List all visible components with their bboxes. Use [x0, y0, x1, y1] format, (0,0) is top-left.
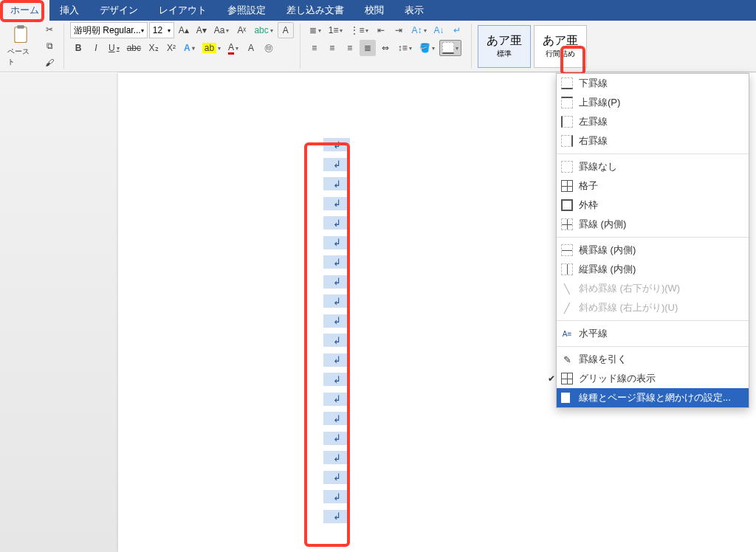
ribbon-tabs: ホーム 挿入 デザイン レイアウト 参照設定 差し込み文書 校閲 表示 [0, 0, 756, 21]
grow-font-button[interactable]: A▴ [176, 22, 192, 38]
ribbon: ペースト ✂ ⧉ 🖌 游明朝 Regular...▾ 12▾ A▴ A▾ Aa … [0, 21, 756, 72]
tab-view[interactable]: 表示 [394, 0, 434, 21]
change-case-button[interactable]: Aa [211, 22, 233, 38]
subscript-button[interactable]: X₂ [145, 40, 162, 56]
menu-border-right[interactable]: 右罫線 [557, 131, 749, 151]
menu-borders-settings[interactable]: 線種とページ罫線と網かけの設定... [557, 388, 749, 407]
enclose-char-button[interactable]: ㊞ [261, 40, 277, 56]
align-center-button[interactable]: ≡ [324, 40, 340, 56]
distribute-icon: ⇔ [382, 43, 389, 53]
copy-button[interactable]: ⧉ [41, 38, 58, 53]
tab-home[interactable]: ホーム [0, 0, 49, 21]
highlight-button[interactable]: ab [199, 40, 224, 56]
tab-references[interactable]: 参照設定 [217, 0, 276, 21]
numbering-icon: 1≡ [329, 25, 339, 35]
phonetic-button[interactable]: abc [251, 22, 275, 38]
border-none-icon [561, 161, 573, 173]
style-normal[interactable]: あア亜 標準 [478, 25, 531, 68]
svg-rect-0 [15, 27, 27, 43]
menu-border-diag-down: ╲斜め罫線 (右下がり)(W) [557, 279, 749, 298]
align-right-button[interactable]: ≡ [342, 40, 358, 56]
text-direction-button[interactable]: A↕ [408, 22, 429, 38]
bucket-icon: 🪣 [419, 43, 430, 53]
font-color-icon: A [228, 42, 234, 55]
border-left-icon [561, 116, 573, 128]
menu-border-none[interactable]: 罫線なし [557, 157, 749, 176]
format-painter-button[interactable]: 🖌 [41, 55, 58, 70]
tab-review[interactable]: 校閲 [354, 0, 394, 21]
border-grid-icon [561, 180, 573, 192]
font-size-select[interactable]: 12▾ [149, 22, 174, 38]
menu-border-left[interactable]: 左罫線 [557, 112, 749, 131]
style-nospacing[interactable]: あア亜 行間詰め [534, 25, 587, 68]
pilcrow-icon: ↵ [453, 25, 461, 35]
multilevel-icon: ⋮≡ [350, 25, 364, 35]
indent-inc-icon: ⇥ [395, 25, 402, 35]
cut-button[interactable]: ✂ [41, 22, 58, 37]
italic-button[interactable]: I [88, 40, 104, 56]
group-clipboard: ペースト [3, 21, 38, 72]
border-inside-h-icon [561, 244, 573, 256]
group-font: 游明朝 Regular...▾ 12▾ A▴ A▾ Aa Aᵡ abc A B … [67, 21, 297, 72]
strike-button[interactable]: abc [124, 40, 144, 56]
line-spacing-button[interactable]: ↕≡ [395, 40, 415, 56]
text-effects-button[interactable]: A [181, 40, 198, 56]
shading-button[interactable]: 🪣 [416, 40, 438, 56]
tab-design[interactable]: デザイン [89, 0, 148, 21]
copy-icon: ⧉ [47, 41, 53, 51]
menu-view-gridlines[interactable]: ✔グリッド線の表示 [557, 369, 749, 388]
border-inside-v-icon [561, 263, 573, 275]
menu-border-box[interactable]: 外枠 [557, 196, 749, 215]
tab-layout[interactable]: レイアウト [148, 0, 217, 21]
menu-border-inside-h[interactable]: 横罫線 (内側) [557, 241, 749, 260]
check-icon: ✔ [548, 373, 555, 384]
menu-border-top[interactable]: 上罫線(P) [557, 93, 749, 112]
indent-inc-button[interactable]: ⇥ [391, 22, 407, 38]
indent-dec-button[interactable]: ⇤ [373, 22, 389, 38]
menu-border-grid[interactable]: 格子 [557, 176, 749, 196]
hr-icon: A≡ [561, 328, 573, 339]
show-marks-button[interactable]: ↵ [449, 22, 465, 38]
group-paragraph: ≣ 1≡ ⋮≡ ⇤ ⇥ A↕ A↓ ↵ ≡ ≡ ≡ ≣ ⇔ ↕≡ 🪣 [303, 21, 468, 72]
char-border-button[interactable]: A [278, 22, 294, 38]
borders-button[interactable] [439, 40, 461, 56]
paste-button[interactable]: ペースト [6, 22, 35, 69]
shrink-font-button[interactable]: A▾ [193, 22, 210, 38]
char-shading-button[interactable]: A [243, 40, 259, 56]
bold-button[interactable]: B [70, 40, 86, 56]
border-top-icon [561, 97, 573, 108]
menu-draw-border[interactable]: ✎罫線を引く [557, 350, 749, 369]
align-left-icon: ≡ [312, 43, 317, 53]
line-spacing-icon: ↕≡ [398, 43, 408, 53]
indent-dec-icon: ⇤ [377, 25, 385, 35]
sort-icon: A↓ [434, 25, 444, 35]
align-left-button[interactable]: ≡ [306, 40, 323, 56]
borders-menu: 下罫線 上罫線(P) 左罫線 右罫線 罫線なし 格子 外枠 罫線 (内側) 横罫… [556, 73, 749, 408]
clear-format-button[interactable]: Aᵡ [233, 22, 250, 38]
eraser-icon: Aᵡ [237, 25, 246, 35]
menu-horizontal-line[interactable]: A≡水平線 [557, 324, 749, 343]
numbering-button[interactable]: 1≡ [326, 22, 346, 38]
superscript-button[interactable]: X² [163, 40, 179, 56]
menu-border-inside-v[interactable]: 縦罫線 (内側) [557, 260, 749, 279]
border-inside-icon [561, 218, 573, 230]
paragraph-mark-icon [323, 138, 350, 151]
highlight-icon: ab [202, 43, 216, 53]
svg-rect-1 [17, 25, 24, 29]
font-name-select[interactable]: 游明朝 Regular...▾ [70, 22, 148, 38]
distribute-button[interactable]: ⇔ [377, 40, 394, 56]
bullets-icon: ≣ [309, 25, 317, 35]
menu-border-inside[interactable]: 罫線 (内側) [557, 215, 749, 234]
tab-mailings[interactable]: 差し込み文書 [276, 0, 354, 21]
borders-icon [442, 42, 454, 54]
bullets-button[interactable]: ≣ [306, 22, 324, 38]
menu-border-bottom[interactable]: 下罫線 [557, 74, 749, 93]
align-justify-button[interactable]: ≣ [360, 40, 376, 56]
brush-icon: 🖌 [45, 58, 54, 68]
scissors-icon: ✂ [46, 24, 53, 35]
sort-button[interactable]: A↓ [431, 22, 447, 38]
font-color-button[interactable]: A [225, 40, 241, 56]
underline-button[interactable]: U [106, 40, 123, 56]
tab-insert[interactable]: 挿入 [49, 0, 89, 21]
multilevel-button[interactable]: ⋮≡ [347, 22, 371, 38]
